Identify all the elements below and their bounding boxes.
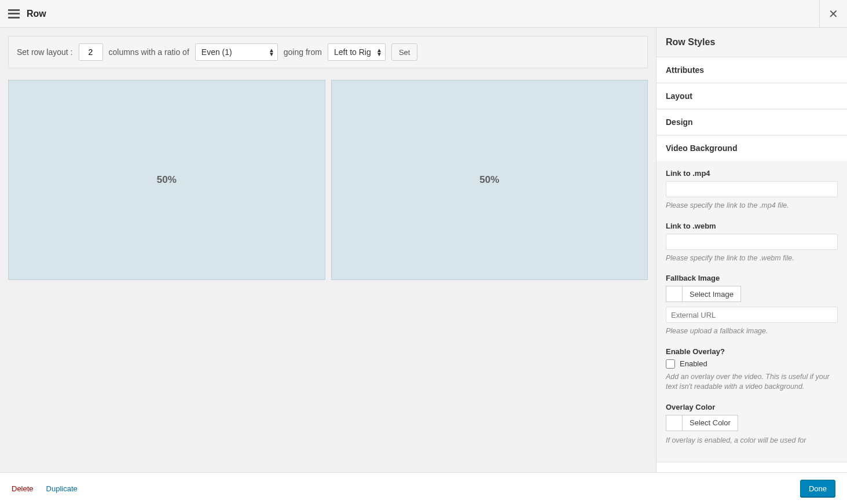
overlay-label: Enable Overlay? [666, 347, 838, 356]
left-panel: Set row layout : columns with a ratio of… [0, 28, 656, 472]
webm-input[interactable] [666, 234, 838, 250]
video-bg-header[interactable]: Video Background [657, 135, 847, 161]
overlay-color-field-group: Overlay Color Select Color If overlay is… [666, 403, 838, 446]
footer: Delete Duplicate Done [0, 472, 847, 504]
column-width-label: 50% [157, 174, 177, 186]
webm-label: Link to .webm [666, 222, 838, 230]
close-icon: ✕ [828, 7, 838, 21]
select-color-group: Select Color [666, 415, 838, 431]
image-swatch [666, 286, 682, 302]
hamburger-icon[interactable] [8, 9, 20, 19]
set-button[interactable]: Set [391, 43, 418, 61]
direction-select-wrapper: Left to Right ▲▼ [328, 43, 386, 61]
header-title: Row [27, 9, 46, 19]
going-from-label: going from [284, 47, 322, 57]
mp4-input[interactable] [666, 181, 838, 197]
color-swatch [666, 415, 682, 431]
overlay-checkbox-label: Enabled [680, 359, 707, 368]
column-width-label: 50% [479, 174, 499, 186]
overlay-checkbox[interactable] [666, 359, 675, 369]
column-preview-1[interactable]: 50% [8, 80, 325, 280]
duplicate-link[interactable]: Duplicate [46, 484, 78, 493]
mp4-desc: Please specify the link to the .mp4 file… [666, 201, 838, 211]
columns-count-input[interactable] [79, 43, 103, 61]
webm-desc: Please specify the link to the .webm fil… [666, 253, 838, 264]
overlay-checkbox-row: Enabled [666, 359, 838, 369]
ratio-select[interactable]: Even (1) [195, 43, 278, 61]
overlay-field-group: Enable Overlay? Enabled Add an overlay o… [666, 347, 838, 392]
select-image-group: Select Image [666, 286, 838, 302]
header-left: Row [8, 9, 46, 19]
direction-select[interactable]: Left to Right [328, 43, 386, 61]
delete-link[interactable]: Delete [12, 484, 34, 493]
sidebar: Row Styles Attributes Layout Design Vide… [656, 28, 847, 472]
sidebar-title: Row Styles [657, 28, 847, 57]
accordion-video-bg: Video Background Link to .mp4 Please spe… [657, 135, 847, 462]
select-image-button[interactable]: Select Image [682, 286, 741, 302]
overlay-color-label: Overlay Color [666, 403, 838, 411]
mp4-label: Link to .mp4 [666, 169, 838, 178]
accordion-design: Design [657, 109, 847, 135]
layout-header[interactable]: Layout [657, 83, 847, 109]
ratio-label: columns with a ratio of [109, 47, 189, 57]
overlay-desc: Add an overlay over the video. This is u… [666, 372, 838, 392]
video-bg-content: Link to .mp4 Please specify the link to … [657, 161, 847, 462]
external-url-input[interactable] [666, 307, 838, 323]
column-preview-2[interactable]: 50% [331, 80, 648, 280]
accordion-attributes: Attributes [657, 57, 847, 83]
fallback-field-group: Fallback Image Select Image Please uploa… [666, 274, 838, 337]
overlay-color-desc: If overlay is enabled, a color will be u… [666, 436, 838, 446]
main-container: Set row layout : columns with a ratio of… [0, 28, 847, 472]
accordion-layout: Layout [657, 83, 847, 109]
select-color-button[interactable]: Select Color [682, 415, 738, 431]
row-layout-bar: Set row layout : columns with a ratio of… [8, 36, 648, 68]
close-button[interactable]: ✕ [819, 0, 847, 28]
set-row-layout-label: Set row layout : [17, 47, 73, 57]
webm-field-group: Link to .webm Please specify the link to… [666, 222, 838, 264]
ratio-select-wrapper: Even (1) ▲▼ [195, 43, 278, 61]
design-header[interactable]: Design [657, 109, 847, 135]
fallback-label: Fallback Image [666, 274, 838, 282]
header-bar: Row ✕ [0, 0, 847, 28]
footer-left: Delete Duplicate [12, 484, 78, 493]
columns-preview: 50% 50% [8, 80, 648, 280]
done-button[interactable]: Done [800, 480, 835, 497]
mp4-field-group: Link to .mp4 Please specify the link to … [666, 169, 838, 211]
attributes-header[interactable]: Attributes [657, 57, 847, 83]
fallback-desc: Please upload a fallback image. [666, 326, 838, 337]
